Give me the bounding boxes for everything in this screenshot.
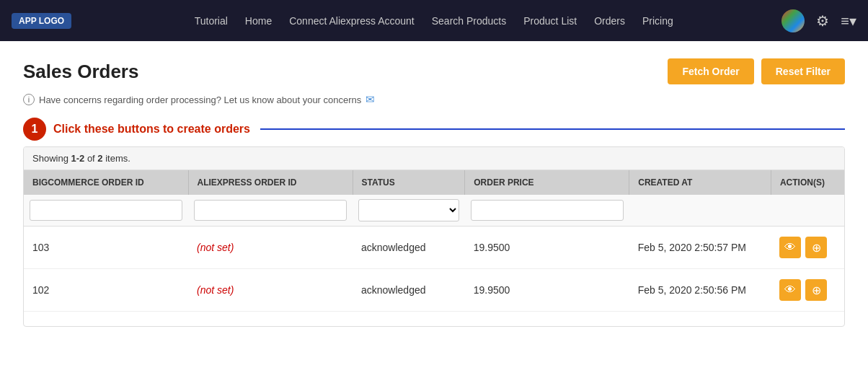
page-title: Sales Orders bbox=[23, 61, 138, 83]
not-set-label: (not set) bbox=[197, 242, 234, 253]
nav-connect-aliexpress[interactable]: Connect Aliexpress Account bbox=[289, 15, 415, 27]
showing-suffix: items. bbox=[103, 153, 130, 164]
filter-bigcommerce-id-input[interactable] bbox=[30, 200, 182, 221]
info-bar: i Have concerns regarding order processi… bbox=[23, 93, 845, 106]
app-logo: APP LOGO bbox=[12, 13, 71, 29]
nav-search-products[interactable]: Search Products bbox=[432, 15, 507, 27]
cell-bigcommerce-id: 103 bbox=[24, 227, 188, 269]
nav-product-list[interactable]: Product List bbox=[523, 15, 577, 27]
showing-range: 1-2 bbox=[71, 153, 84, 164]
cell-created-at: Feb 5, 2020 2:50:56 PM bbox=[629, 269, 771, 312]
filter-price-cell bbox=[465, 195, 629, 227]
showing-label: Showing bbox=[32, 153, 71, 164]
col-status: Status bbox=[353, 170, 465, 195]
cell-actions: 👁 ⊕ ◀ bbox=[771, 269, 844, 312]
nav-home[interactable]: Home bbox=[245, 15, 272, 27]
cell-aliexpress-id: (not set) bbox=[188, 269, 353, 312]
main-content: Sales Orders Fetch Order Reset Filter i … bbox=[0, 41, 868, 344]
cell-bigcommerce-id: 102 bbox=[24, 269, 188, 312]
col-created-at: CREATED AT bbox=[629, 170, 771, 195]
fetch-order-button[interactable]: Fetch Order bbox=[668, 58, 753, 84]
not-set-label: (not set) bbox=[197, 284, 234, 296]
col-actions: ACTION(S) bbox=[771, 170, 844, 195]
nav-links: Tutorial Home Connect Aliexpress Account… bbox=[86, 15, 781, 27]
email-icon[interactable]: ✉ bbox=[366, 93, 375, 106]
nav-pricing[interactable]: Pricing bbox=[642, 15, 673, 27]
orders-table: BIGCOMMERCE ORDER ID Aliexpress Order Id… bbox=[24, 170, 844, 326]
table-wrapper: Showing 1-2 of 2 items. BIGCOMMERCE ORDE… bbox=[23, 146, 845, 327]
tooltip-container: 1 Click these buttons to create orders S… bbox=[23, 118, 845, 327]
action-buttons: 👁 ⊕ bbox=[779, 237, 836, 258]
col-aliexpress-order-id: Aliexpress Order Id bbox=[188, 170, 353, 195]
filter-created-at-cell bbox=[629, 195, 771, 227]
view-button-row2[interactable]: 👁 bbox=[779, 279, 801, 301]
cell-status: acknowledged bbox=[353, 227, 465, 269]
hamburger-menu-icon[interactable]: ≡▾ bbox=[841, 12, 856, 30]
create-order-button-row2[interactable]: ⊕ bbox=[805, 279, 827, 301]
reset-filter-button[interactable]: Reset Filter bbox=[761, 58, 845, 84]
table-row: 102 (not set) acknowledged 19.9500 Feb 5… bbox=[24, 269, 844, 312]
col-order-price: ORDER PRICE bbox=[465, 170, 629, 195]
filter-price-input[interactable] bbox=[471, 200, 624, 221]
cell-price: 19.9500 bbox=[465, 269, 629, 312]
filter-bigcommerce-id-cell bbox=[24, 195, 188, 227]
action-buttons: 👁 ⊕ bbox=[779, 279, 836, 301]
tooltip-number: 1 bbox=[23, 118, 46, 141]
chrome-icon[interactable] bbox=[781, 9, 805, 32]
cell-actions: 👁 ⊕ ◀ bbox=[771, 227, 844, 269]
filter-aliexpress-id-cell bbox=[188, 195, 353, 227]
settings-icon[interactable]: ⚙ bbox=[816, 12, 829, 30]
navigation: APP LOGO Tutorial Home Connect Aliexpres… bbox=[0, 0, 868, 41]
tooltip-bubble: 1 Click these buttons to create orders bbox=[23, 118, 845, 141]
info-text: Have concerns regarding order processing… bbox=[39, 94, 361, 105]
empty-row bbox=[24, 312, 844, 327]
nav-orders[interactable]: Orders bbox=[594, 15, 625, 27]
filter-row: acknowledged pending bbox=[24, 195, 844, 227]
view-button-row1[interactable]: 👁 bbox=[779, 237, 801, 258]
tooltip-line bbox=[260, 128, 845, 130]
header-buttons: Fetch Order Reset Filter bbox=[668, 58, 845, 84]
filter-status-select[interactable]: acknowledged pending bbox=[358, 199, 459, 221]
info-icon: i bbox=[23, 94, 35, 105]
cell-status: acknowledged bbox=[353, 269, 465, 312]
table-row: 103 (not set) acknowledged 19.9500 Feb 5… bbox=[24, 227, 844, 269]
tooltip-text: Click these buttons to create orders bbox=[53, 123, 250, 136]
cell-price: 19.9500 bbox=[465, 227, 629, 269]
filter-actions-cell bbox=[771, 195, 844, 227]
nav-icons: ⚙ ≡▾ bbox=[781, 9, 856, 32]
showing-count: 2 bbox=[97, 153, 102, 164]
showing-row: Showing 1-2 of 2 items. bbox=[24, 147, 844, 170]
create-order-button-row1[interactable]: ⊕ bbox=[805, 237, 827, 258]
filter-status-cell: acknowledged pending bbox=[353, 195, 465, 227]
col-bigcommerce-order-id: BIGCOMMERCE ORDER ID bbox=[24, 170, 188, 195]
table-header-row: BIGCOMMERCE ORDER ID Aliexpress Order Id… bbox=[24, 170, 844, 195]
nav-tutorial[interactable]: Tutorial bbox=[195, 15, 228, 27]
page-header: Sales Orders Fetch Order Reset Filter bbox=[23, 58, 845, 84]
cell-created-at: Feb 5, 2020 2:50:57 PM bbox=[629, 227, 771, 269]
filter-aliexpress-id-input[interactable] bbox=[194, 200, 347, 221]
showing-of: of bbox=[84, 153, 97, 164]
cell-aliexpress-id: (not set) bbox=[188, 227, 353, 269]
